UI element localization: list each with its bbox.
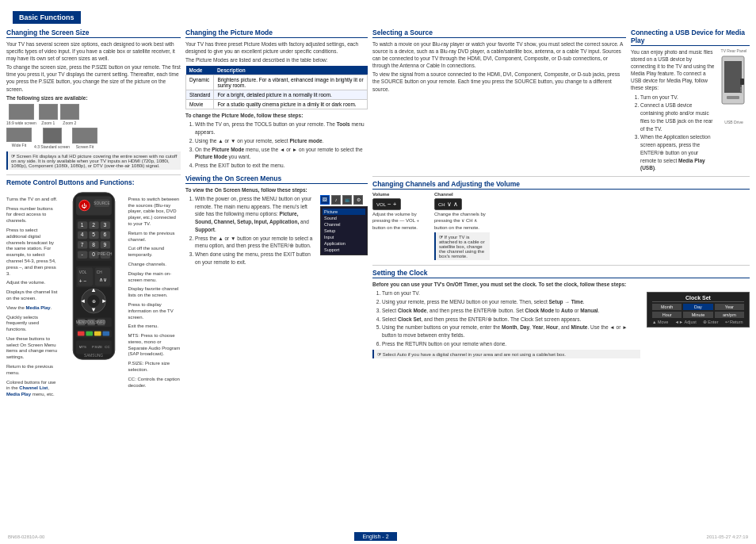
- usb-step-2: Connect a USB device containing photo an…: [640, 102, 715, 132]
- picture-mode-table: Mode Description Dynamic Brightens pictu…: [185, 66, 368, 109]
- svg-text:9: 9: [103, 241, 106, 247]
- annotation-change-ch: Change channels.: [128, 262, 181, 268]
- remote-annotations-right: Press to switch between the sources (Blu…: [128, 189, 181, 398]
- on-screen-steps-area: With the power on, press the MENU button…: [185, 195, 314, 267]
- connecting-usb-title: Connecting a USB Device for Media Play: [631, 29, 750, 46]
- tv-panel-diagram: TV Rear Panel USB USB Drive: [718, 48, 750, 173]
- clock-step-1: Turn on your TV.: [382, 289, 640, 297]
- menu-item-channel: Channel: [323, 221, 365, 228]
- right-column: Selecting a Source To watch a movie on y…: [372, 29, 750, 488]
- remote-annotations-left: Turns the TV on and off. Press number bu…: [6, 189, 59, 398]
- menu-icon-picture: 🖼: [320, 195, 330, 205]
- svg-text:3: 3: [103, 222, 106, 228]
- screen-size-title: Changing the Screen Size: [6, 29, 181, 38]
- setting-clock-title: Setting the Clock: [372, 269, 750, 278]
- on-screen-menus-section: Viewing the On Screen Menus To view the …: [185, 174, 368, 267]
- screen-thumb-zoom1: Zoom 1: [39, 104, 58, 125]
- svg-text:►: ►: [101, 297, 107, 305]
- mode-movie: Movie: [186, 100, 214, 109]
- clock-steps-area: Turn on your TV. Using your remote, pres…: [372, 289, 640, 359]
- menu-item-application: Application: [323, 240, 365, 247]
- screen-label-screenfit: Screen Fit: [76, 144, 94, 149]
- page-title: Basic Functions: [13, 11, 81, 24]
- table-row-movie: Movie For a studio quality cinema pictur…: [186, 100, 368, 109]
- svg-text:▲: ▲: [90, 286, 97, 293]
- clock-step-4: Select Clock Set, and then press the ENT…: [382, 316, 640, 324]
- screen-fit-note-text: Screen Fit displays a full HD picture co…: [11, 154, 177, 168]
- picture-mode-steps: With the TV on, press the TOOLS button o…: [185, 121, 368, 170]
- clock-cell-day: Day: [683, 304, 712, 310]
- menu-simulator: 🖼 ♪ 📺 ⚙ Picture Sound Channel Setup Inpu…: [320, 195, 368, 267]
- picture-mode-intro: Your TV has three preset Picture Modes w…: [185, 40, 368, 55]
- annotation-chlist: Displays the channel list on the screen.: [6, 289, 59, 302]
- mode-standard: Standard: [186, 90, 214, 100]
- channels-volume-section: Changing Channels and Adjusting the Volu…: [372, 176, 750, 262]
- page-footer: BN68-02810A-00 English - 2 2011-05-27 4:…: [0, 532, 756, 541]
- volume-label: Volume: [372, 192, 389, 197]
- annotation-cc: CC: Controls the caption decoder.: [128, 377, 181, 389]
- table-row-standard: Standard For a bright, detailed picture …: [186, 90, 368, 100]
- picture-mode-steps-title: To change the Picture Mode, follow these…: [185, 112, 368, 119]
- annotation-main-menu: Display the main on-screen menu.: [128, 271, 181, 284]
- picture-mode-step-1: With the TV on, press the TOOLS button o…: [195, 121, 368, 136]
- screen-size-intro: Your TV has several screen size options,…: [6, 40, 181, 62]
- remote-image-area: ⏻ SOURCE 1 2 3: [64, 189, 124, 398]
- vc-layout: Volume VOL − + Adjust the volume by pres…: [372, 192, 750, 262]
- volume-desc: Adjust the volume by pressing the — VOL …: [372, 211, 428, 231]
- table-row-dynamic: Dynamic Brightens picture. For a vibrant…: [186, 75, 368, 90]
- clock-steps: Turn on your TV. Using your remote, pres…: [372, 289, 640, 347]
- on-screen-steps-title: To view the On Screen Menus, follow thes…: [185, 186, 368, 193]
- annotation-tools: Quickly selects frequently used function…: [6, 315, 59, 333]
- channels-volume-title: Changing Channels and Adjusting the Volu…: [372, 180, 750, 190]
- svg-text:SOURCE: SOURCE: [94, 201, 109, 205]
- selecting-source-body: To watch a movie on your Blu-ray player …: [372, 40, 626, 69]
- screen-fit-note: ☞ Screen Fit displays a full HD picture …: [6, 151, 181, 170]
- svg-text:4: 4: [80, 232, 83, 237]
- annotation-source-switch: Press to switch between the sources (Blu…: [128, 197, 181, 228]
- menu-item-picture: Picture: [323, 209, 365, 215]
- annotation-digital: Press to select additional digital chann…: [6, 228, 59, 277]
- usb-text: You can enjoy photo and music files stor…: [631, 48, 715, 173]
- clock-nav-move: ▲ Move: [652, 320, 668, 324]
- menu-icon-setup: ⚙: [353, 195, 363, 205]
- menu-item-sound: Sound: [323, 215, 365, 221]
- on-screen-step-3: When done using the menu, press the EXIT…: [195, 251, 314, 266]
- svg-text:⊕: ⊕: [91, 299, 95, 304]
- svg-text:INFO: INFO: [96, 320, 105, 324]
- mode-dynamic: Dynamic: [186, 75, 214, 90]
- svg-text:2: 2: [92, 222, 95, 228]
- channel-box: Channel CH ∨ ∧ Change the channels by pr…: [434, 192, 490, 262]
- usb-step-3: When the Application selection screen ap…: [640, 133, 715, 172]
- setting-clock-intro: Before you can use your TV's On/Off Time…: [372, 281, 750, 288]
- clock-cell-year: Year: [715, 304, 744, 310]
- menu-item-setup: Setup: [323, 228, 365, 234]
- footer-model: BN68-02810A-00: [8, 534, 44, 539]
- annotation-mts: MTS: Press to choose stereo, mono or Sep…: [128, 333, 181, 358]
- svg-rect-54: [86, 331, 93, 336]
- remote-control-section: Remote Control Buttons and Functions: Tu…: [6, 174, 181, 398]
- usb-layout: You can enjoy photo and music files stor…: [631, 48, 750, 173]
- svg-text:∧∨: ∧∨: [98, 276, 106, 282]
- clock-cell-ampm: am/pm: [715, 312, 744, 318]
- selecting-source-title: Selecting a Source: [372, 29, 626, 38]
- footer-page-label: English - 2: [354, 532, 396, 541]
- volume-diagram: VOL − +: [372, 198, 428, 210]
- on-screen-step-1: With the power on, press the MENU button…: [195, 195, 314, 234]
- clock-note-text: Select Auto if you have a digital channe…: [383, 352, 566, 357]
- clock-nav-enter: ⊕ Enter: [703, 320, 719, 324]
- svg-rect-64: [727, 96, 739, 99]
- annotation-prev-ch: Return to the previous channel.: [128, 231, 181, 243]
- svg-rect-55: [94, 331, 101, 336]
- clock-set-box: Clock Set Month Day Year Hour Minute am/…: [647, 292, 750, 328]
- clock-set-diagram: Clock Set Month Day Year Hour Minute am/…: [647, 289, 750, 359]
- picture-mode-title: Changing the Picture Mode: [185, 29, 368, 38]
- svg-rect-53: [77, 331, 84, 336]
- picture-mode-table-note: The Picture Modes are listed and describ…: [185, 56, 368, 63]
- clock-step-5: Using the number buttons on your remote,…: [382, 324, 640, 339]
- annotation-color-buttons: Colored buttons for use in the Channel L…: [6, 380, 59, 398]
- remote-layout: Turns the TV on and off. Press number bu…: [6, 189, 181, 398]
- svg-text:MTS: MTS: [78, 345, 86, 349]
- svg-text:SAMSUNG: SAMSUNG: [83, 354, 102, 358]
- menu-box: Picture Sound Channel Setup Input Applic…: [320, 206, 368, 255]
- svg-text:USB: USB: [739, 87, 743, 94]
